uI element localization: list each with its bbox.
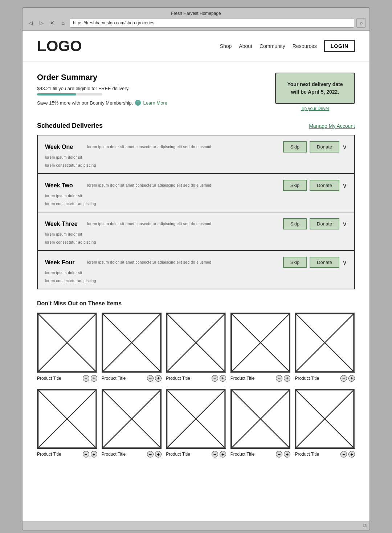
order-left: Order Summary $43.21 till you are eligib… bbox=[37, 73, 261, 111]
nav-community[interactable]: Community bbox=[260, 43, 285, 49]
product-image bbox=[102, 313, 162, 373]
skip-button-week3[interactable]: Skip bbox=[283, 218, 307, 229]
delivery-date-text: Your next delivery date will be April 5,… bbox=[283, 81, 347, 96]
product-title: Product Title bbox=[102, 452, 126, 457]
skip-button-week4[interactable]: Skip bbox=[283, 257, 307, 268]
donate-button-week1[interactable]: Donate bbox=[310, 141, 339, 152]
donate-button-week4[interactable]: Donate bbox=[310, 257, 339, 268]
search-button[interactable]: ⌕ bbox=[356, 18, 366, 28]
increase-qty-button[interactable]: + bbox=[220, 375, 226, 382]
week-title: Week Four bbox=[45, 259, 81, 266]
site-nav: LOGO Shop About Community Resources LOGI… bbox=[23, 31, 369, 62]
product-image bbox=[37, 389, 97, 449]
product-image bbox=[102, 389, 162, 449]
increase-qty-button[interactable]: + bbox=[155, 451, 162, 457]
home-button[interactable]: ⌂ bbox=[59, 19, 68, 27]
close-button[interactable]: ✕ bbox=[48, 19, 57, 27]
expand-button-week4[interactable]: ∨ bbox=[342, 259, 347, 266]
increase-qty-button[interactable]: + bbox=[348, 451, 355, 457]
decrease-qty-button[interactable]: − bbox=[276, 375, 282, 382]
nav-resources[interactable]: Resources bbox=[293, 43, 317, 49]
product-title: Product Title bbox=[230, 452, 255, 457]
skip-button-week2[interactable]: Skip bbox=[283, 180, 307, 191]
product-title: Product Title bbox=[37, 452, 61, 457]
week-header: Week Three lorem ipsum dolor sit amet co… bbox=[45, 218, 347, 229]
decrease-qty-button[interactable]: − bbox=[147, 451, 154, 457]
product-item-1-3: Product Title − + bbox=[166, 313, 226, 382]
login-button[interactable]: LOGIN bbox=[324, 40, 355, 52]
week-header: Week Two lorem ipsum dolor sit amet cons… bbox=[45, 180, 347, 191]
progress-bar-fill bbox=[37, 93, 76, 95]
nav-links: Shop About Community Resources LOGIN bbox=[220, 40, 355, 52]
decrease-qty-button[interactable]: − bbox=[212, 451, 218, 457]
increase-qty-button[interactable]: + bbox=[220, 451, 226, 457]
scheduled-title: Scheduled Deliveries bbox=[37, 122, 103, 130]
nav-shop[interactable]: Shop bbox=[220, 43, 232, 49]
learn-more-link[interactable]: Learn More bbox=[143, 100, 167, 106]
product-title: Product Title bbox=[295, 452, 319, 457]
increase-qty-button[interactable]: + bbox=[155, 375, 162, 382]
decrease-qty-button[interactable]: − bbox=[340, 375, 347, 382]
week-desc-line1: lorem ipsum dolor sit amet consectetur a… bbox=[87, 183, 277, 187]
product-image bbox=[166, 389, 226, 449]
week-desc: lorem ipsum dolor sit amet consectetur a… bbox=[87, 183, 277, 187]
decrease-qty-button[interactable]: − bbox=[340, 451, 347, 457]
address-bar[interactable] bbox=[70, 18, 354, 28]
product-bottom: Product Title − + bbox=[37, 375, 97, 382]
product-controls: − + bbox=[340, 451, 355, 457]
donate-button-week2[interactable]: Donate bbox=[310, 180, 339, 191]
product-grid-row-2: Product Title − + Product Title bbox=[37, 389, 355, 458]
product-title: Product Title bbox=[102, 376, 126, 381]
increase-qty-button[interactable]: + bbox=[348, 375, 355, 382]
placeholder-image-svg bbox=[37, 313, 97, 373]
increase-qty-button[interactable]: + bbox=[91, 451, 97, 457]
page-content: LOGO Shop About Community Resources LOGI… bbox=[23, 31, 369, 521]
product-item-1-4: Product Title − + bbox=[230, 313, 291, 382]
forward-button[interactable]: ▷ bbox=[37, 19, 46, 27]
increase-qty-button[interactable]: + bbox=[91, 375, 97, 382]
increase-qty-button[interactable]: + bbox=[284, 451, 290, 457]
back-button[interactable]: ◁ bbox=[26, 19, 35, 27]
week-subtext: lorem ipsum dolor sit lorem consectetur … bbox=[45, 271, 347, 283]
increase-qty-button[interactable]: + bbox=[284, 375, 290, 382]
decrease-qty-button[interactable]: − bbox=[83, 451, 89, 457]
products-section-title: Don't Miss Out on These Items bbox=[37, 300, 355, 307]
donate-button-week3[interactable]: Donate bbox=[310, 218, 339, 229]
product-bottom: Product Title − + bbox=[295, 451, 355, 457]
product-image bbox=[230, 313, 291, 373]
order-summary-section: Order Summary $43.21 till you are eligib… bbox=[37, 73, 355, 111]
free-delivery-progress bbox=[37, 93, 102, 95]
decrease-qty-button[interactable]: − bbox=[83, 375, 89, 382]
expand-button-week1[interactable]: ∨ bbox=[342, 143, 347, 151]
bounty-text: Save 15% more with our Bounty Membership… bbox=[37, 100, 261, 106]
expand-button-week2[interactable]: ∨ bbox=[342, 182, 347, 190]
product-title: Product Title bbox=[295, 376, 319, 381]
product-bottom: Product Title − + bbox=[102, 451, 162, 457]
product-controls: − + bbox=[147, 375, 162, 382]
nav-about[interactable]: About bbox=[239, 43, 252, 49]
product-image bbox=[230, 389, 291, 449]
week-desc-line1: lorem ipsum dolor sit amet consectetur a… bbox=[87, 222, 277, 226]
decrease-qty-button[interactable]: − bbox=[147, 375, 154, 382]
week-row-4: Week Four lorem ipsum dolor sit amet con… bbox=[38, 251, 354, 289]
product-item-2-5: Product Title − + bbox=[295, 389, 355, 458]
manage-account-link[interactable]: Manage My Account bbox=[309, 123, 355, 129]
week-header: Week One lorem ipsum dolor sit amet cons… bbox=[45, 141, 347, 152]
week-desc: lorem ipsum dolor sit amet consectetur a… bbox=[87, 145, 277, 149]
product-item-1-1: Product Title − + bbox=[37, 313, 97, 382]
delivery-box: Your next delivery date will be April 5,… bbox=[275, 73, 355, 104]
decrease-qty-button[interactable]: − bbox=[276, 451, 282, 457]
product-controls: − + bbox=[212, 451, 226, 457]
product-item-1-2: Product Title − + bbox=[102, 313, 162, 382]
product-bottom: Product Title − + bbox=[230, 451, 291, 457]
site-logo: LOGO bbox=[37, 37, 82, 55]
product-title: Product Title bbox=[166, 452, 190, 457]
week-actions: Skip Donate ∨ bbox=[283, 141, 347, 152]
expand-button-week3[interactable]: ∨ bbox=[342, 220, 347, 228]
tip-driver-link[interactable]: Tip your Driver bbox=[275, 106, 355, 111]
skip-button-week1[interactable]: Skip bbox=[283, 141, 307, 152]
decrease-qty-button[interactable]: − bbox=[212, 375, 218, 382]
products-section: Don't Miss Out on These Items Product Ti… bbox=[37, 300, 355, 457]
placeholder-image-svg bbox=[102, 389, 162, 449]
product-title: Product Title bbox=[37, 376, 61, 381]
